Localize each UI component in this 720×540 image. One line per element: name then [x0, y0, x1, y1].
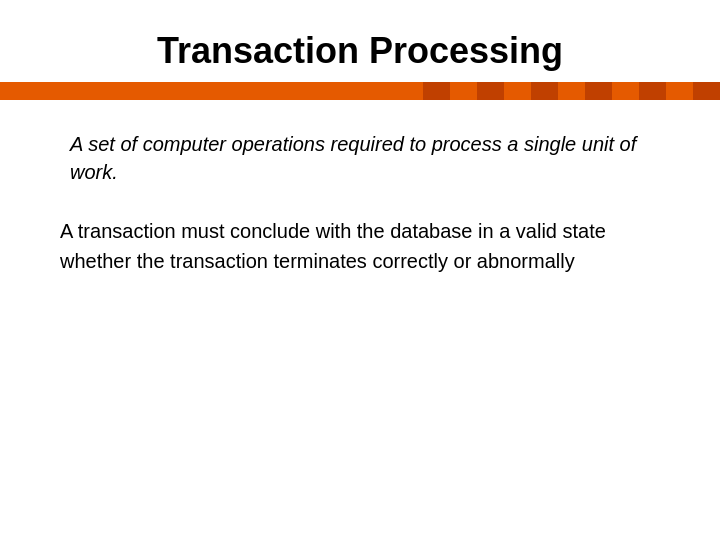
definition-block: A set of computer operations required to…	[60, 130, 660, 186]
slide: Transaction Processing A set of com	[0, 0, 720, 540]
body-block: A transaction must conclude with the dat…	[60, 216, 660, 276]
bar-seg-12	[693, 82, 720, 100]
content-area: A set of computer operations required to…	[0, 100, 720, 540]
divider-bar	[0, 82, 720, 100]
bar-segments-section	[396, 82, 720, 100]
divider-bar-inner	[0, 82, 720, 100]
bar-seg-1	[396, 82, 423, 100]
bar-seg-8	[585, 82, 612, 100]
bar-seg-7	[558, 82, 585, 100]
body-text: A transaction must conclude with the dat…	[60, 216, 660, 276]
slide-title: Transaction Processing	[60, 30, 660, 72]
bar-seg-10	[639, 82, 666, 100]
bar-seg-4	[477, 82, 504, 100]
bar-seg-3	[450, 82, 477, 100]
bar-seg-5	[504, 82, 531, 100]
bar-seg-2	[423, 82, 450, 100]
bar-seg-6	[531, 82, 558, 100]
bar-solid-section	[0, 82, 396, 100]
title-area: Transaction Processing	[0, 0, 720, 82]
bar-seg-9	[612, 82, 639, 100]
bar-seg-11	[666, 82, 693, 100]
definition-text: A set of computer operations required to…	[70, 130, 660, 186]
